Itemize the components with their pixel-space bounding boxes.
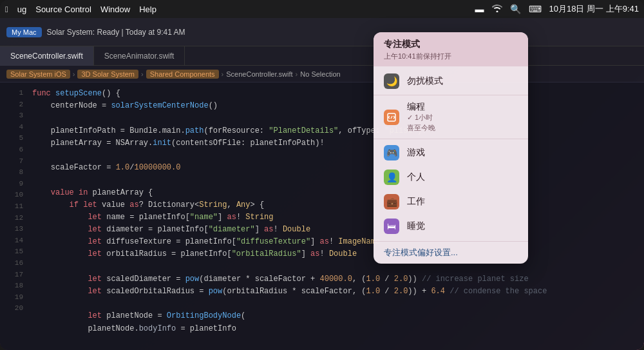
menubar-right: ▬ 🔍 ⌨ 10月18日 周一 上午9:41: [475, 3, 639, 15]
focus-label-work: 工作: [407, 196, 518, 208]
focus-item-sleep[interactable]: 🛏 睡觉: [374, 214, 528, 238]
focus-item-coding[interactable]: 编程 ✓ 1小时 喜至今晚: [374, 97, 528, 137]
focus-settings-link[interactable]: 专注模式偏好设置...: [374, 241, 528, 264]
focus-panel-title: 专注模式: [384, 39, 518, 50]
breadcrumb-ios[interactable]: Solar System iOS: [6, 70, 70, 79]
focus-label-dnd: 勿扰模式: [407, 75, 518, 87]
breadcrumb-file[interactable]: SceneController.swift: [226, 70, 292, 78]
focus-item-game[interactable]: 🎮 游戏: [374, 141, 528, 165]
breadcrumb-shared[interactable]: Shared Components: [146, 70, 219, 79]
focus-label-sleep: 睡觉: [407, 220, 518, 232]
tab-scene-controller[interactable]: SceneController.swift: [0, 46, 94, 66]
person-icon: 👤: [384, 170, 399, 185]
focus-panel-header: 专注模式 上午10:41前保持打开: [374, 32, 528, 66]
focus-label-personal: 个人: [407, 171, 518, 183]
focus-label-game: 游戏: [407, 147, 518, 159]
moon-icon: 🌙: [384, 73, 399, 89]
work-icon: 💼: [384, 194, 399, 209]
divider-1: [374, 95, 528, 95]
game-icon: 🎮: [384, 145, 399, 160]
search-icon[interactable]: 🔍: [510, 4, 521, 14]
menubar-help[interactable]: Help: [139, 5, 156, 14]
breadcrumb-sep-4: ›: [296, 70, 298, 78]
breadcrumb-sep-1: ›: [73, 70, 75, 78]
menubar-debug[interactable]: ug: [17, 5, 26, 14]
menubar-apple[interactable]: : [5, 5, 8, 14]
line-numbers: 12345 678910 1112131415 1617181920: [0, 88, 28, 315]
focus-panel-list: 🌙 勿扰模式 编程 ✓ 1小时 喜至今晚: [374, 66, 528, 241]
focus-panel-subtitle: 上午10:41前保持打开: [384, 52, 518, 61]
screen:  ug Source Control Window Help ▬ 🔍 ⌨ 10…: [0, 0, 644, 350]
sleep-icon: 🛏: [384, 219, 399, 234]
breadcrumb-selection: No Selection: [300, 70, 340, 78]
file-tabs: SceneController.swift SceneAnimator.swif…: [0, 46, 644, 66]
menubar-left:  ug Source Control Window Help: [5, 5, 156, 14]
battery-icon: ▬: [475, 4, 484, 14]
code-icon: [384, 110, 399, 125]
divider-2: [374, 139, 528, 139]
focus-item-work[interactable]: 💼 工作: [374, 190, 528, 214]
focus-label-coding: 编程: [407, 101, 518, 113]
tab-scene-animator[interactable]: SceneAnimator.swift: [94, 46, 185, 66]
wifi-icon: [492, 4, 502, 14]
breadcrumb-sep-3: ›: [222, 70, 224, 78]
focus-item-dnd[interactable]: 🌙 勿扰模式: [374, 69, 528, 93]
focus-sub-coding: ✓ 1小时 喜至今晚: [407, 113, 518, 133]
breadcrumb-3d[interactable]: 3D Solar System: [77, 70, 138, 79]
focus-mode-panel: 专注模式 上午10:41前保持打开 🌙 勿扰模式 编程: [374, 32, 528, 264]
focus-item-personal[interactable]: 👤 个人: [374, 165, 528, 190]
toolbar-device-badge: My Mac: [6, 27, 42, 37]
menubar:  ug Source Control Window Help ▬ 🔍 ⌨ 10…: [0, 0, 644, 18]
breadcrumb: Solar System iOS › 3D Solar System › Sha…: [0, 66, 644, 83]
code-content: func setupScene() { centerNode = solarSy…: [32, 88, 639, 335]
menubar-source-control[interactable]: Source Control: [35, 5, 91, 14]
screen-icon[interactable]: ⌨: [529, 4, 542, 14]
toolbar: My Mac Solar System: Ready | Today at 9:…: [0, 18, 644, 46]
menubar-clock: 10月18日 周一 上午9:41: [549, 3, 639, 15]
toolbar-status: Solar System: Ready | Today at 9:41 AM: [47, 28, 185, 37]
breadcrumb-sep-2: ›: [141, 70, 144, 78]
code-editor[interactable]: 12345 678910 1112131415 1617181920 func …: [0, 83, 644, 350]
menubar-window[interactable]: Window: [100, 5, 130, 14]
